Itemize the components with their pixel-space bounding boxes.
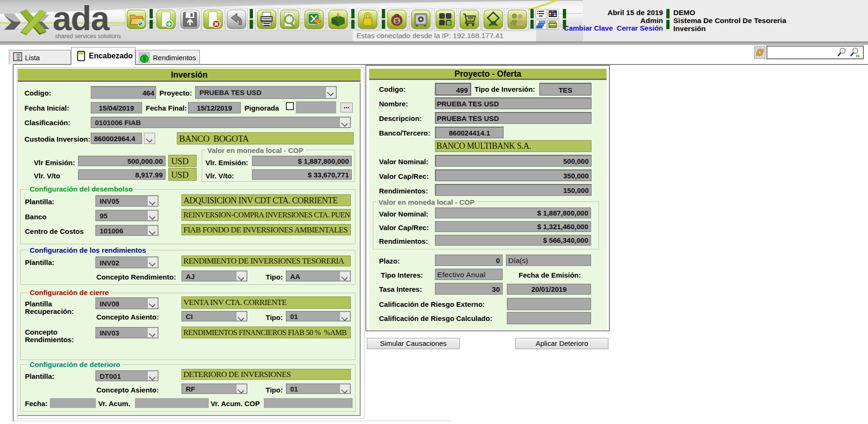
svg-text:$: $ [143,56,146,62]
svg-text:shared services solutions: shared services solutions [55,33,121,40]
svg-text:$: $ [395,17,399,24]
svg-text:ada: ada [53,0,110,37]
